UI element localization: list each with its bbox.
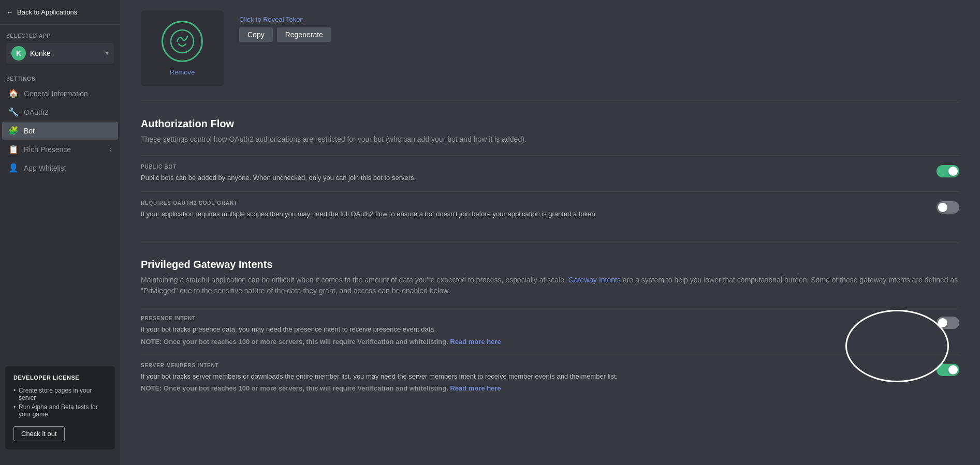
sidebar-item-label: App Whitelist xyxy=(24,164,66,172)
presence-note-text: NOTE: Once your bot reaches 100 or more … xyxy=(141,338,450,346)
presence-intent-toggle-track[interactable] xyxy=(937,317,959,329)
copy-token-button[interactable]: Copy xyxy=(239,27,273,42)
settings-section-label: SETTINGS xyxy=(0,68,120,84)
token-buttons: Copy Regenerate xyxy=(239,27,959,42)
bot-icon-card: Remove xyxy=(141,10,224,86)
person-icon: 👤 xyxy=(8,163,19,173)
presence-read-more-link[interactable]: Read more here xyxy=(450,338,501,346)
back-arrow-icon: ← xyxy=(6,8,13,16)
server-members-toggle-track[interactable] xyxy=(937,364,959,376)
chevron-right-icon: › xyxy=(110,146,112,153)
presence-intent-note: NOTE: Once your bot reaches 100 or more … xyxy=(141,338,926,346)
selected-app-section: SELECTED APP K Konke ▾ xyxy=(0,25,120,68)
sidebar-item-label: OAuth2 xyxy=(24,108,48,116)
sidebar-item-label: Rich Presence xyxy=(24,145,71,154)
token-section: Click to Reveal Token Copy Regenerate xyxy=(239,10,959,42)
requires-oauth2-toggle-knob xyxy=(938,203,947,212)
presence-intent-row: PRESENCE INTENT If your bot tracks prese… xyxy=(141,307,959,354)
app-selector-left: K Konke xyxy=(11,46,51,61)
wrench-icon: 🔧 xyxy=(8,107,19,117)
developer-license-box: DEVELOPER LICENSE Create store pages in … xyxy=(5,366,115,449)
server-members-label: SERVER MEMBERS INTENT xyxy=(141,363,926,368)
developer-license-list: Create store pages in your server Run Al… xyxy=(13,386,107,419)
back-to-applications[interactable]: ← Back to Applications xyxy=(0,0,120,25)
chevron-down-icon: ▾ xyxy=(106,50,109,57)
sidebar-item-bot[interactable]: 🧩 Bot xyxy=(2,122,118,140)
check-it-out-button[interactable]: Check it out xyxy=(13,426,65,441)
list-icon: 📋 xyxy=(8,144,19,154)
home-icon: 🏠 xyxy=(8,88,19,98)
developer-license-title: DEVELOPER LICENSE xyxy=(13,374,107,381)
public-bot-toggle[interactable] xyxy=(937,165,959,177)
bot-header-area: Remove Click to Reveal Token Copy Regene… xyxy=(141,0,959,102)
server-members-toggle-knob xyxy=(948,365,958,374)
public-bot-label: PUBLIC BOT xyxy=(141,164,926,170)
sidebar-item-label: General Information xyxy=(24,89,88,98)
presence-intent-toggle[interactable] xyxy=(937,317,959,329)
presence-intent-info: PRESENCE INTENT If your bot tracks prese… xyxy=(141,316,937,346)
app-icon: K xyxy=(11,46,26,61)
app-selector[interactable]: K Konke ▾ xyxy=(6,43,114,64)
privileged-gateway-description: Maintaining a stateful application can b… xyxy=(141,275,959,296)
click-to-reveal-token[interactable]: Click to Reveal Token xyxy=(239,16,959,23)
presence-intent-description: If your bot tracks presence data, you ma… xyxy=(141,324,926,335)
back-to-applications-label: Back to Applications xyxy=(17,8,77,16)
requires-oauth2-info: REQUIRES OAUTH2 CODE GRANT If your appli… xyxy=(141,200,937,219)
svg-point-0 xyxy=(171,30,194,53)
presence-intent-label: PRESENCE INTENT xyxy=(141,316,926,321)
public-bot-description: Public bots can be added by anyone. When… xyxy=(141,173,926,183)
privileged-gateway-desc-start: Maintaining a stateful application can b… xyxy=(141,276,568,284)
dev-license-item-1: Create store pages in your server xyxy=(13,386,107,402)
sidebar-item-general-information[interactable]: 🏠 General Information xyxy=(2,84,118,102)
authorization-flow-title: Authorization Flow xyxy=(141,118,959,130)
requires-oauth2-description: If your application requires multiple sc… xyxy=(141,209,926,219)
public-bot-info: PUBLIC BOT Public bots can be added by a… xyxy=(141,164,937,183)
sidebar-nav: 🏠 General Information 🔧 OAuth2 🧩 Bot 📋 R… xyxy=(0,84,120,177)
public-bot-toggle-track[interactable] xyxy=(937,165,959,177)
sidebar-item-label: Bot xyxy=(24,127,35,135)
dev-license-item-2: Run Alpha and Beta tests for your game xyxy=(13,402,107,419)
server-members-intent-toggle[interactable] xyxy=(937,364,959,376)
presence-intent-toggle-knob xyxy=(938,318,947,327)
public-bot-row: PUBLIC BOT Public bots can be added by a… xyxy=(141,155,959,191)
gateway-intents-link[interactable]: Gateway Intents xyxy=(568,276,621,284)
public-bot-toggle-knob xyxy=(948,167,958,176)
server-members-info: SERVER MEMBERS INTENT If your bot tracks… xyxy=(141,363,937,393)
puzzle-icon: 🧩 xyxy=(8,126,19,136)
sidebar-item-app-whitelist[interactable]: 👤 App Whitelist xyxy=(2,159,118,177)
server-members-description: If your bot tracks server members or dow… xyxy=(141,371,926,382)
sidebar: ← Back to Applications SELECTED APP K Ko… xyxy=(0,0,120,465)
server-members-note-text: NOTE: Once your bot reaches 100 or more … xyxy=(141,384,450,392)
server-members-read-more-link[interactable]: Read more here xyxy=(450,384,501,392)
regenerate-token-button[interactable]: Regenerate xyxy=(277,27,331,42)
authorization-flow-section: Authorization Flow These settings contro… xyxy=(141,102,959,243)
privileged-gateway-section: Privileged Gateway Intents Maintaining a… xyxy=(141,243,959,416)
main-content: Remove Click to Reveal Token Copy Regene… xyxy=(120,0,980,465)
remove-link[interactable]: Remove xyxy=(170,68,195,76)
requires-oauth2-label: REQUIRES OAUTH2 CODE GRANT xyxy=(141,200,926,206)
sidebar-item-rich-presence[interactable]: 📋 Rich Presence › xyxy=(2,140,118,158)
bot-avatar xyxy=(162,21,203,62)
server-members-intent-row: SERVER MEMBERS INTENT If your bot tracks… xyxy=(141,354,959,401)
privileged-gateway-title: Privileged Gateway Intents xyxy=(141,259,959,271)
requires-oauth2-toggle-track[interactable] xyxy=(937,201,959,214)
server-members-note: NOTE: Once your bot reaches 100 or more … xyxy=(141,384,926,392)
requires-oauth2-toggle[interactable] xyxy=(937,201,959,214)
sidebar-item-oauth2[interactable]: 🔧 OAuth2 xyxy=(2,103,118,121)
app-name-label: Konke xyxy=(30,49,51,57)
selected-app-label: SELECTED APP xyxy=(6,33,114,39)
requires-oauth2-row: REQUIRES OAUTH2 CODE GRANT If your appli… xyxy=(141,191,959,228)
authorization-flow-description: These settings control how OAuth2 author… xyxy=(141,134,959,145)
